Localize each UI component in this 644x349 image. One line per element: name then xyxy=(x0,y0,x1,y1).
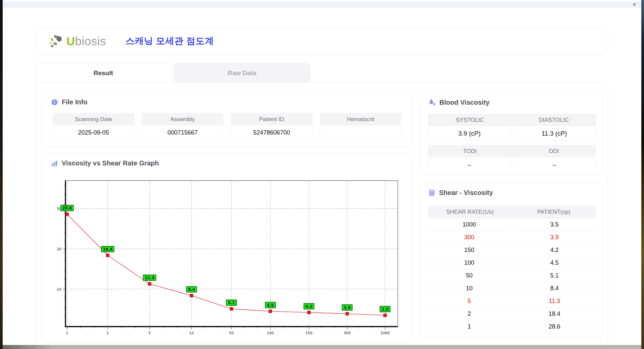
table-row: 128.6 xyxy=(428,320,596,333)
svg-text:150: 150 xyxy=(306,331,313,335)
result-panel: File Info Scanning Date2025-09-05Assembl… xyxy=(35,83,608,345)
svg-text:18.4: 18.4 xyxy=(103,247,112,252)
field-value: 2025-09-05 xyxy=(53,126,135,140)
bv-value: – xyxy=(513,157,596,172)
shear-rate-cell: 150 xyxy=(428,244,511,257)
tab-result[interactable]: Result xyxy=(35,63,171,83)
app-title: 스캐닝 모세관 점도계 xyxy=(125,35,214,47)
svg-text:50: 50 xyxy=(229,331,234,335)
patient-cell: 3.5 xyxy=(513,218,596,231)
file-info-card: File Info Scanning Date2025-09-05Assembl… xyxy=(42,93,411,147)
patient-cell: 11.3 xyxy=(513,295,596,308)
svg-text:100: 100 xyxy=(267,331,274,335)
shear-rate-cell: 10 xyxy=(428,282,511,295)
shear-rate-cell: 1000 xyxy=(428,218,511,231)
patient-cell: 8.4 xyxy=(513,282,596,295)
table-row: 1504.2 xyxy=(428,244,596,257)
file-info-fields: Scanning Date2025-09-05Assembly000715667… xyxy=(53,113,401,140)
shear-col-header: SHEAR RATE(1/s) xyxy=(428,206,512,218)
svg-text:4.5: 4.5 xyxy=(267,303,274,308)
shear-viscosity-card: Shear - Viscosity SHEAR RATE(1/s) PATIEN… xyxy=(420,183,603,338)
patient-cell: 4.5 xyxy=(513,257,596,269)
bv-label-row: SYSTOLICDIASTOLIC xyxy=(428,114,596,126)
table-row: 511.3 xyxy=(428,295,596,308)
table-row: 505.1 xyxy=(428,269,596,282)
svg-text:1: 1 xyxy=(66,331,68,335)
header-card: Ubiosis 스캐닝 모세관 점도계 xyxy=(35,28,608,54)
bv-label: TODI xyxy=(428,145,512,157)
bv-value: – xyxy=(428,157,511,172)
patient-cell: 3.9 xyxy=(513,231,596,244)
patient-cell: 18.4 xyxy=(513,308,596,320)
svg-text:3.9: 3.9 xyxy=(344,305,351,310)
bv-label: ODI xyxy=(512,145,596,157)
bv-value-row: 3.9 (cP)11.3 (cP) xyxy=(428,126,596,141)
notification-bar: × xyxy=(3,1,641,8)
bv-value: 11.3 (cP) xyxy=(513,126,596,141)
bv-label: DIASTOLIC xyxy=(512,114,596,126)
blood-viscosity-title: Blood Viscosity xyxy=(428,98,490,106)
field-label: Assembly xyxy=(142,113,224,126)
desktop-edge-left xyxy=(0,0,3,349)
field-value: 000715667 xyxy=(142,126,224,140)
shear-viscosity-title: Shear - Viscosity xyxy=(428,189,493,197)
patient-cell: 28.6 xyxy=(513,320,596,333)
file-info-field: Hematocrit xyxy=(320,113,402,140)
field-value: 52478606700 xyxy=(231,126,313,140)
svg-text:4.2: 4.2 xyxy=(306,304,312,309)
field-value xyxy=(320,126,402,140)
tab-raw-data[interactable]: Raw Data xyxy=(174,63,310,83)
bv-label-row: TODIODI xyxy=(428,145,596,157)
bv-value: 3.9 (cP) xyxy=(428,126,511,141)
shear-rate-cell: 1 xyxy=(428,320,511,333)
shear-table-header: SHEAR RATE(1/s) PATIENT(cp) xyxy=(428,206,596,218)
svg-text:8.4: 8.4 xyxy=(188,287,195,292)
brand-name: Ubiosis xyxy=(66,35,106,47)
desktop-edge-bottom xyxy=(3,345,641,349)
viscosity-shear-rate-chart: 1020301251050100150300100028.618.411.38.… xyxy=(43,154,412,342)
blood-viscosity-table: SYSTOLICDIASTOLIC3.9 (cP)11.3 (cP)TODIOD… xyxy=(428,114,596,176)
svg-text:1000: 1000 xyxy=(380,331,390,335)
svg-text:300: 300 xyxy=(344,331,351,335)
file-info-field: Scanning Date2025-09-05 xyxy=(53,113,135,140)
close-icon[interactable]: × xyxy=(633,2,636,7)
table-row: 108.4 xyxy=(428,282,596,295)
ubiosis-logo-mark-icon xyxy=(50,34,64,48)
svg-text:10: 10 xyxy=(189,331,194,335)
file-info-title: File Info xyxy=(51,98,88,106)
svg-text:5: 5 xyxy=(149,331,151,335)
patient-col-header: PATIENT(cp) xyxy=(512,206,596,218)
file-info-field: Patient ID52478606700 xyxy=(231,113,313,140)
patient-cell: 5.1 xyxy=(513,269,596,282)
file-info-field: Assembly000715667 xyxy=(142,113,224,140)
table-row: 218.4 xyxy=(428,308,596,320)
svg-text:5.1: 5.1 xyxy=(228,300,235,305)
svg-text:28.6: 28.6 xyxy=(62,206,72,210)
shear-rate-cell: 300 xyxy=(428,231,511,244)
field-label: Scanning Date xyxy=(53,113,135,126)
app-window: × Ubiosis 스캐닝 모세관 점도계 Result Raw Data xyxy=(3,0,641,345)
svg-text:3.5: 3.5 xyxy=(382,307,388,312)
shear-rate-cell: 2 xyxy=(428,308,511,320)
patient-cell: 4.2 xyxy=(513,244,596,257)
svg-text:20: 20 xyxy=(57,247,61,251)
blood-viscosity-card: Blood Viscosity SYSTOLICDIASTOLIC3.9 (cP… xyxy=(420,93,603,175)
table-row: 10003.5 xyxy=(428,218,596,231)
table-row: 3003.9 xyxy=(428,231,596,244)
field-label: Hematocrit xyxy=(320,113,402,126)
svg-text:11.3: 11.3 xyxy=(145,276,154,280)
shear-rate-cell: 100 xyxy=(428,257,511,269)
table-row: 1004.5 xyxy=(428,257,596,269)
svg-text:2: 2 xyxy=(107,331,109,335)
droplets-icon xyxy=(428,98,436,106)
info-icon xyxy=(51,98,58,106)
shear-rate-cell: 5 xyxy=(428,295,511,308)
shear-viscosity-table: SHEAR RATE(1/s) PATIENT(cp) 10003.53003.… xyxy=(428,206,596,333)
viscosity-graph-card: Viscosity vs Shear Rate Graph 1020301251… xyxy=(42,154,411,343)
bv-value-row: –– xyxy=(428,157,596,172)
shear-rate-cell: 50 xyxy=(428,269,511,282)
field-label: Patient ID xyxy=(231,113,313,126)
svg-text:10: 10 xyxy=(57,287,61,292)
desktop-edge-right xyxy=(641,0,644,349)
bv-label: SYSTOLIC xyxy=(428,114,512,126)
